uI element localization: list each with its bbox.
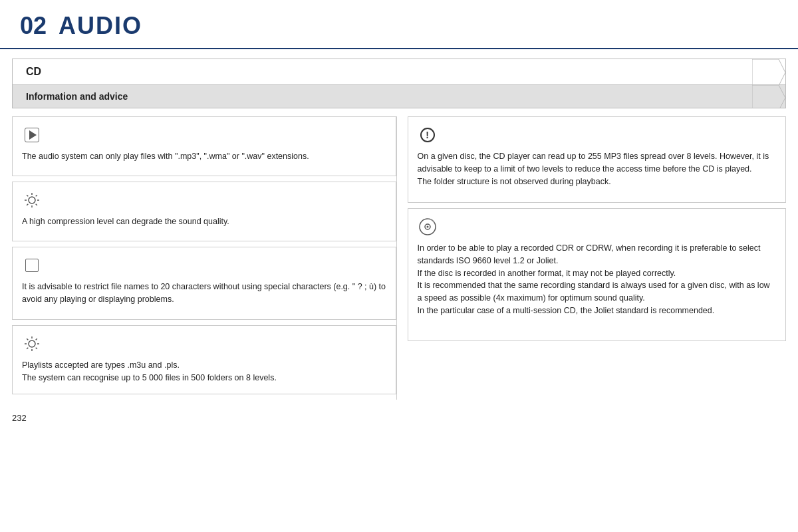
sun2-icon — [24, 336, 40, 352]
section-cd-container: CD Information and advice — [12, 59, 786, 108]
section-label: CD — [26, 66, 41, 78]
square-icon — [25, 259, 39, 272]
sun2-icon-container — [22, 334, 42, 354]
info-box-cdr-text: In order to be able to play a recorded C… — [418, 242, 777, 317]
info-box-filenames-text: It is advisable to restrict file names t… — [22, 281, 386, 306]
info-box-filenames: It is advisable to restrict file names t… — [12, 247, 396, 320]
right-column: ! On a given disc, the CD player can rea… — [397, 116, 787, 400]
info-box-play: The audio system can only play files wit… — [12, 116, 396, 176]
svg-point-11 — [29, 340, 35, 347]
info-box-playlists-text: Playlists accepted are types .m3u and .p… — [22, 359, 386, 384]
svg-line-16 — [27, 338, 28, 340]
info-box-mp3: ! On a given disc, the CD player can rea… — [408, 116, 787, 203]
svg-line-19 — [27, 348, 28, 349]
subsection-label: Information and advice — [26, 91, 128, 102]
page-header: 02 AUDIO — [0, 0, 798, 49]
main-content: The audio system can only play files wit… — [12, 116, 786, 400]
svg-line-10 — [27, 204, 28, 205]
svg-line-18 — [36, 338, 37, 340]
play-icon-container — [22, 125, 42, 145]
sun-icon-container — [22, 190, 42, 210]
info-box-play-text: The audio system can only play files wit… — [22, 150, 386, 163]
subsection-header: Information and advice — [13, 85, 785, 108]
cd-icon — [418, 217, 437, 236]
exclaim-icon-container: ! — [418, 125, 438, 145]
info-box-compression-text: A high compression level can degrade the… — [22, 215, 386, 228]
square-icon-container — [22, 255, 42, 275]
subsection-arrow-decoration — [752, 85, 785, 108]
svg-line-7 — [27, 195, 28, 196]
svg-line-17 — [36, 348, 37, 349]
svg-point-2 — [29, 197, 35, 203]
sun-icon — [24, 192, 40, 208]
play-icon — [25, 128, 39, 142]
svg-line-8 — [36, 204, 37, 205]
info-box-playlists: Playlists accepted are types .m3u and .p… — [12, 325, 396, 394]
page-number: 232 — [12, 413, 27, 423]
chapter-number: 02 — [20, 12, 47, 40]
exclaim-icon: ! — [420, 128, 435, 142]
svg-point-22 — [426, 226, 428, 228]
svg-line-9 — [36, 195, 37, 196]
svg-marker-1 — [752, 85, 785, 108]
info-box-mp3-text: On a given disc, the CD player can read … — [418, 150, 777, 188]
cd-icon-container — [418, 217, 438, 237]
info-box-cdr: In order to be able to play a recorded C… — [408, 208, 787, 341]
section-arrow-decoration — [752, 59, 785, 84]
info-box-compression: A high compression level can degrade the… — [12, 182, 396, 241]
page-footer: 232 — [0, 408, 798, 428]
section-cd-header: CD — [13, 59, 785, 85]
left-column: The audio system can only play files wit… — [12, 116, 397, 400]
svg-marker-0 — [752, 59, 785, 84]
chapter-title: AUDIO — [59, 12, 142, 40]
